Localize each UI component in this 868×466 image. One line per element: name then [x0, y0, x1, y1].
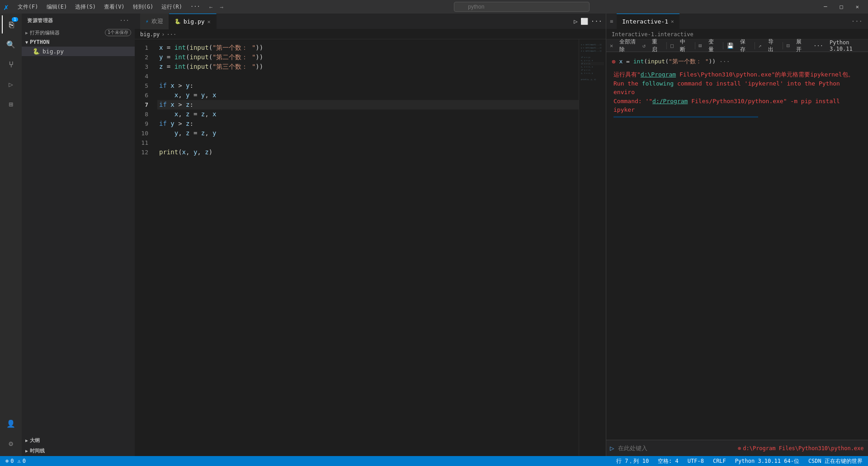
open-editors-text: 打开的编辑器: [30, 29, 60, 36]
status-line-col[interactable]: 行 7，列 10: [614, 457, 651, 465]
tab-welcome[interactable]: ⚡ 欢迎: [140, 14, 169, 29]
search-input[interactable]: [454, 2, 590, 12]
unsaved-badge: 1个未保存: [105, 29, 131, 36]
panel-more-icon[interactable]: ···: [849, 17, 864, 26]
outline-chevron-icon: ▶: [25, 438, 28, 443]
save-btn[interactable]: 保存: [737, 37, 751, 54]
error-status: ⊗ d:\Program Files\Python310\python.exe:…: [738, 445, 864, 452]
minimize-btn[interactable]: ─: [818, 2, 832, 12]
activity-extensions[interactable]: ⊞: [2, 95, 20, 113]
status-bar: ⊗ 0 ⚠ 0 行 7，列 10 空格: 4 UTF-8 CRLF Python…: [0, 456, 868, 466]
titlebar: ✗ 文件(F) 编辑(E) 选择(S) 查看(V) 转到(G) 运行(R) ··…: [0, 0, 868, 14]
menu-select[interactable]: 选择(S): [71, 2, 99, 12]
nav-forward[interactable]: →: [218, 4, 225, 10]
line-col-text: 行 7，列 10: [616, 457, 649, 465]
interactive-toolbar: ✕ 全部清除 ↺ 重启 □ 中断 ⊞ 变量 💾 保存 ↗ 导出 ⊡ 展开 ···…: [606, 39, 868, 52]
panel-tab-icon: ≡: [610, 18, 613, 24]
sidebar-more-icon[interactable]: ···: [120, 18, 129, 24]
clear-all-btn[interactable]: 全部清除: [617, 37, 639, 54]
cell-run-btn[interactable]: ▷: [610, 444, 614, 452]
input-error-icon: ⊗: [738, 445, 741, 452]
timeline-chevron-icon: ▶: [25, 448, 28, 453]
run-button[interactable]: ▷: [574, 18, 577, 25]
menu-run[interactable]: 运行(R): [158, 2, 186, 12]
csdn-text: CSDN 正在右键的世界: [808, 457, 863, 465]
output-run-text: Run the: [613, 80, 642, 87]
interactive-tab-close[interactable]: ✕: [671, 19, 674, 24]
error-count-icon: ⊗: [5, 458, 9, 464]
restart-btn[interactable]: 重启: [649, 37, 663, 54]
output-link-1[interactable]: d:\Program: [641, 71, 676, 78]
menu-goto[interactable]: 转到(G): [129, 2, 157, 12]
output-suffix-text: Files\Python310\python.exe"的单元格需要ipykern…: [676, 71, 854, 78]
warning-icon: ⚠: [17, 458, 20, 464]
breadcrumb-sep: ›: [161, 31, 165, 38]
editor-more-icon[interactable]: ···: [591, 18, 602, 25]
export-btn[interactable]: 导出: [765, 37, 779, 54]
menu-file[interactable]: 文件(F): [14, 2, 42, 12]
status-encoding[interactable]: UTF-8: [686, 458, 706, 464]
line-ending-text: CRLF: [713, 458, 726, 464]
tab-bigpy[interactable]: 🐍 big.py ✕: [169, 14, 217, 29]
file-name: big.py: [42, 48, 64, 55]
input-error-text: d:\Program Files\Python310\python.exe: N…: [743, 445, 864, 452]
status-right-text[interactable]: CSDN 正在右键的世界: [807, 457, 864, 465]
outline-section[interactable]: ▶ 大纲: [22, 435, 135, 446]
menu-edit[interactable]: 编辑(E): [43, 2, 71, 12]
split-editor-icon[interactable]: ⬜: [580, 18, 588, 25]
breadcrumb-more[interactable]: ···: [167, 31, 177, 38]
interactive-content[interactable]: ⊗ x = int(input("第一个数： ")) ··· 运行具有"d:\P…: [606, 52, 868, 440]
activity-run-debug[interactable]: ▷: [2, 75, 20, 93]
interrupt-btn[interactable]: 中断: [677, 37, 691, 54]
expand-btn[interactable]: 展开: [793, 37, 807, 54]
titlebar-menu: 文件(F) 编辑(E) 选择(S) 查看(V) 转到(G) 运行(R) ···: [14, 2, 204, 12]
warning-count: 0: [23, 458, 26, 464]
python-version-label: Python 3.10.11: [830, 39, 864, 52]
menu-view[interactable]: 查看(V): [100, 2, 128, 12]
code-editor[interactable]: 1 2 3 4 5 6 7 8 9 10 11 12 x = int(input…: [135, 39, 606, 456]
cell-input-field[interactable]: [618, 445, 734, 452]
open-editors-label[interactable]: ▶ 打开的编辑器: [25, 29, 60, 36]
status-spaces[interactable]: 空格: 4: [656, 457, 680, 465]
status-line-ending[interactable]: CRLF: [711, 458, 728, 464]
activity-settings[interactable]: ⚙: [2, 434, 20, 452]
cell-error-icon: ⊗: [612, 58, 615, 65]
code-line-1: x = int(input("第一个数： ")): [157, 43, 579, 52]
clear-all-icon: ✕: [610, 43, 613, 49]
interactive-cell-1: ⊗ x = int(input("第一个数： ")) ··· 运行具有"d:\P…: [610, 56, 864, 120]
sidebar-title: 资源管理器: [27, 17, 53, 24]
toolbar-more-btn[interactable]: ···: [811, 42, 826, 50]
activity-search[interactable]: 🔍: [2, 35, 20, 53]
code-content[interactable]: x = int(input("第一个数： ")) y = int(input("…: [157, 39, 579, 456]
python-chevron-icon: ▼: [25, 40, 28, 45]
nav-back[interactable]: ←: [208, 4, 215, 10]
interrupt-icon: □: [670, 43, 674, 49]
cell-input: ⊗ x = int(input("第一个数： ")) ···: [610, 56, 864, 67]
interactive-input-bar: ▷ ⊗ d:\Program Files\Python310\python.ex…: [606, 440, 868, 456]
toolbar-sep-1: [666, 42, 667, 49]
file-item-bigpy[interactable]: 🐍 big.py: [22, 47, 135, 56]
output-error-line1: 运行具有"d:\Program Files\Python310\python.e…: [613, 70, 861, 79]
bigpy-tab-close[interactable]: ✕: [208, 19, 211, 25]
menu-more[interactable]: ···: [187, 2, 204, 12]
activity-bar: ⎘ 1 🔍 ⑂ ▷ ⊞ 👤 ⚙: [0, 14, 22, 456]
status-errors[interactable]: ⊗ 0 ⚠ 0: [4, 458, 28, 464]
output-prefix-text: 运行具有": [613, 71, 641, 78]
tab-interactive-1[interactable]: Interactive-1 ✕: [617, 14, 679, 29]
activity-account[interactable]: 👤: [2, 414, 20, 433]
close-btn[interactable]: ✕: [850, 2, 864, 12]
welcome-tab-label: 欢迎: [151, 17, 163, 25]
output-link-2[interactable]: d:/Program: [652, 98, 688, 105]
code-line-4: [157, 71, 579, 81]
timeline-section[interactable]: ▶ 时间线: [22, 446, 135, 456]
status-python-version[interactable]: Python 3.10.11 64-位: [733, 457, 801, 465]
maximize-btn[interactable]: □: [835, 2, 849, 12]
variables-btn[interactable]: 变量: [706, 37, 719, 54]
python-section-header[interactable]: ▼ PYTHON: [22, 38, 135, 47]
activity-source-control[interactable]: ⑂: [2, 55, 20, 73]
output-cmd-prefix: Command: '": [613, 98, 652, 105]
status-bar-left: ⊗ 0 ⚠ 0: [4, 458, 28, 464]
breadcrumb-file[interactable]: big.py: [140, 31, 160, 38]
timeline-label: 时间线: [30, 447, 45, 454]
activity-explorer[interactable]: ⎘ 1: [2, 15, 20, 33]
